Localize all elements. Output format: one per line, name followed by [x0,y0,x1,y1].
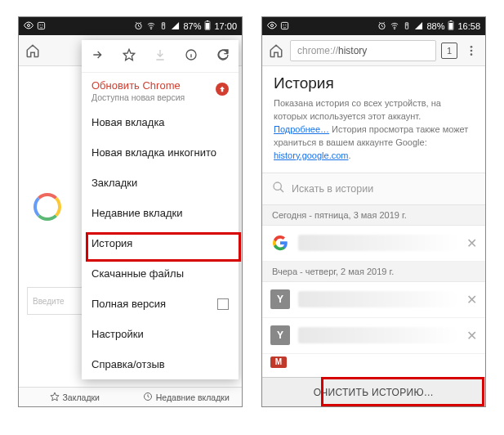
svg-marker-12 [123,49,134,60]
svg-point-3 [42,24,42,25]
menu-history-label: История [91,237,132,249]
desc-part1: Показана история со всех устройств, на к… [274,98,441,121]
omnibar-right: chrome://history 1 [262,35,485,66]
svg-rect-1 [38,22,44,29]
signal-icon [171,21,180,32]
bottom-bookmarks[interactable]: Закладки [19,388,131,406]
info-icon[interactable] [185,48,198,64]
menu-history[interactable]: История [82,228,239,258]
date-today: Сегодня - пятница, 3 мая 2019 г. [262,205,485,226]
url-box[interactable]: chrome://history [290,40,436,61]
menu-recent[interactable]: Недавние вкладки [82,198,239,228]
clear-history-label: ОЧИСТИТЬ ИСТОРИЮ… [314,387,434,398]
favicon-y-icon: Y [270,325,290,345]
home-icon[interactable] [24,42,42,60]
svg-rect-8 [207,20,208,21]
url-prefix: chrome:// [297,45,338,56]
menu-desktop[interactable]: Полная версия [82,289,239,319]
clock-text: 17:00 [214,21,237,31]
menu-downloads-label: Скачанные файлы [91,267,184,280]
menu-dots-icon[interactable] [462,42,480,60]
desc-part3: . [349,150,351,160]
svg-point-16 [283,24,283,25]
menu-settings[interactable]: Настройки [82,319,239,349]
favicon-google-icon [270,233,290,253]
svg-point-27 [274,182,281,190]
menu-bookmarks[interactable]: Закладки [82,168,239,198]
history-entry-blurred [298,327,458,343]
desc-link-more[interactable]: Подробнее… [274,124,329,134]
clock-text: 16:58 [457,21,480,31]
wifi-icon [146,21,156,32]
desc-link-google[interactable]: history.google.com [274,150,349,160]
battery-text: 87% [183,21,201,31]
history-entry-blurred [298,291,458,307]
battery-text: 88% [426,21,444,31]
menu-help-label: Справка/отзыв [91,358,165,370]
history-page: История Показана история со всех устройс… [262,66,485,406]
history-entry-blurred [298,235,458,251]
app-icon [37,21,46,32]
clear-history-button[interactable]: ОЧИСТИТЬ ИСТОРИЮ… [262,377,485,406]
download-icon [154,48,167,64]
home-icon[interactable] [267,42,285,60]
signal-icon [414,21,423,32]
menu-icon-row [82,40,239,73]
menu-new-tab[interactable]: Новая вкладка [82,107,239,137]
status-bar: 87% 17:00 [19,17,242,35]
search-icon [272,181,285,196]
history-row[interactable]: M [262,354,485,370]
svg-point-2 [39,24,40,25]
svg-point-26 [471,53,473,56]
svg-rect-15 [281,22,288,29]
history-row[interactable]: Y ✕ [262,318,485,354]
svg-marker-10 [51,392,59,401]
star-icon[interactable] [123,48,136,64]
update-badge-icon [216,83,229,96]
svg-point-5 [151,28,152,29]
bottom-recent-label: Недавние вкладки [156,392,230,402]
battery-icon [448,20,454,32]
google-logo-icon [33,193,61,221]
reload-icon[interactable] [216,48,230,64]
wifi-icon [390,21,399,32]
history-row[interactable]: Y ✕ [262,282,485,318]
close-icon[interactable]: ✕ [466,235,477,251]
svg-point-17 [285,24,286,25]
menu-help[interactable]: Справка/отзыв [82,349,239,379]
menu-bookmarks-label: Закладки [91,177,137,189]
alarm-icon [377,21,386,32]
menu-new-tab-label: Новая вкладка [91,116,165,128]
data-icon [403,21,411,32]
close-icon[interactable]: ✕ [466,292,477,307]
svg-rect-22 [450,20,452,21]
chrome-menu: Обновить Chrome Доступна новая версия Но… [82,40,239,379]
forward-icon[interactable] [91,48,104,64]
bottom-tabs: Закладки Недавние вкладки [19,387,242,406]
menu-settings-label: Настройки [91,328,144,340]
svg-point-25 [471,49,473,52]
menu-incognito[interactable]: Новая вкладка инкогнито [82,137,239,168]
bottom-recent[interactable]: Недавние вкладки [131,388,243,406]
url-path: history [338,45,367,56]
menu-update[interactable]: Обновить Chrome Доступна новая версия [82,73,239,107]
menu-desktop-label: Полная версия [91,298,166,310]
menu-recent-label: Недавние вкладки [91,207,182,219]
history-search[interactable]: Искать в истории [262,173,485,205]
eye-icon [267,20,277,32]
menu-incognito-label: Новая вкладка инкогнито [91,146,216,159]
desktop-checkbox[interactable] [217,298,229,310]
date-yesterday: Вчера - четверг, 2 мая 2019 г. [262,262,485,282]
tab-count[interactable]: 1 [441,43,457,59]
battery-icon [204,20,211,32]
favicon-m-icon: M [270,357,287,368]
clock-icon [143,392,153,403]
google-search-box[interactable]: Введите [27,287,84,315]
menu-downloads[interactable]: Скачанные файлы [82,258,239,289]
history-row[interactable]: ✕ [262,226,485,262]
star-icon [50,392,60,403]
favicon-y-icon: Y [270,289,290,309]
svg-point-19 [395,28,395,29]
close-icon[interactable]: ✕ [466,328,477,343]
app-icon [280,21,289,32]
